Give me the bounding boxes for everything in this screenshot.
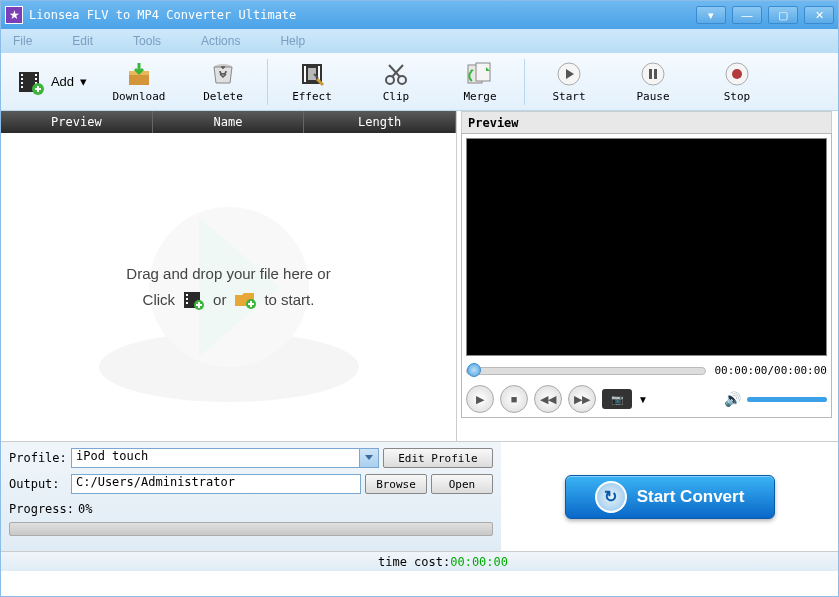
player-forward-button[interactable]: ▶▶ bbox=[568, 385, 596, 413]
time-display: 00:00:00/00:00:00 bbox=[714, 364, 827, 377]
delete-button[interactable]: Delete bbox=[181, 55, 265, 109]
menu-file[interactable]: File bbox=[13, 34, 32, 48]
minimize-button[interactable]: — bbox=[732, 6, 762, 24]
main-area: Preview Name Length Drag and drop your f… bbox=[1, 111, 838, 441]
svg-rect-6 bbox=[35, 78, 37, 80]
clip-label: Clip bbox=[383, 90, 410, 103]
effect-label: Effect bbox=[292, 90, 332, 103]
output-path-input[interactable]: C:/Users/Administrator bbox=[71, 474, 361, 494]
chevron-down-icon: ▾ bbox=[80, 74, 87, 89]
add-film-icon bbox=[17, 68, 45, 96]
maximize-button[interactable]: ▢ bbox=[768, 6, 798, 24]
stop-label: Stop bbox=[724, 90, 751, 103]
file-list-panel: Preview Name Length Drag and drop your f… bbox=[1, 111, 457, 441]
preview-panel: Preview 00:00:00/00:00:00 ▶ ■ ◀◀ ▶▶ 📷 ▼ … bbox=[457, 111, 838, 441]
volume-icon[interactable]: 🔊 bbox=[724, 391, 741, 407]
svg-rect-24 bbox=[649, 69, 652, 79]
drop-zone[interactable]: Drag and drop your file here or Click or… bbox=[1, 133, 456, 441]
download-icon bbox=[125, 60, 153, 88]
stop-button[interactable]: Stop bbox=[695, 55, 779, 109]
close-button[interactable]: ✕ bbox=[804, 6, 834, 24]
menu-actions[interactable]: Actions bbox=[201, 34, 240, 48]
merge-icon bbox=[466, 60, 494, 88]
edit-profile-button[interactable]: Edit Profile bbox=[383, 448, 493, 468]
progress-label: Progress: bbox=[9, 502, 74, 516]
svg-point-27 bbox=[732, 69, 742, 79]
add-label: Add bbox=[51, 74, 74, 89]
clip-button[interactable]: Clip bbox=[354, 55, 438, 109]
effect-button[interactable]: Effect bbox=[270, 55, 354, 109]
open-button[interactable]: Open bbox=[431, 474, 493, 494]
watermark-graphic bbox=[1, 133, 456, 441]
col-preview[interactable]: Preview bbox=[1, 111, 153, 133]
status-bar: time cost: 00:00:00 bbox=[1, 551, 838, 571]
dropdown-window-button[interactable]: ▾ bbox=[696, 6, 726, 24]
browse-button[interactable]: Browse bbox=[365, 474, 427, 494]
svg-rect-40 bbox=[250, 301, 252, 307]
seek-thumb[interactable] bbox=[467, 363, 481, 377]
start-button[interactable]: Start bbox=[527, 55, 611, 109]
merge-button[interactable]: Merge bbox=[438, 55, 522, 109]
svg-rect-25 bbox=[654, 69, 657, 79]
add-film-icon bbox=[183, 290, 205, 310]
download-button[interactable]: Download bbox=[97, 55, 181, 109]
app-title: Lionsea FLV to MP4 Converter Ultimate bbox=[29, 8, 696, 22]
progress-value: 0% bbox=[78, 502, 92, 516]
profile-label: Profile: bbox=[9, 451, 67, 465]
menu-edit[interactable]: Edit bbox=[72, 34, 93, 48]
time-cost-label: time cost: bbox=[378, 555, 450, 569]
preview-header: Preview bbox=[461, 111, 832, 133]
svg-rect-1 bbox=[21, 74, 23, 76]
delete-label: Delete bbox=[203, 90, 243, 103]
pause-label: Pause bbox=[636, 90, 669, 103]
svg-rect-21 bbox=[476, 63, 490, 81]
player-controls: ▶ ■ ◀◀ ▶▶ 📷 ▼ 🔊 bbox=[466, 385, 827, 413]
add-button[interactable]: Add ▾ bbox=[7, 55, 97, 109]
download-label: Download bbox=[113, 90, 166, 103]
menu-bar: File Edit Tools Actions Help bbox=[1, 29, 838, 53]
toolbar: Add ▾ Download Delete Effect Clip Merge bbox=[1, 53, 838, 111]
chevron-down-icon bbox=[365, 455, 373, 460]
settings-form: Profile: iPod touch Edit Profile Output:… bbox=[1, 442, 501, 551]
toolbar-separator bbox=[267, 59, 268, 105]
pause-icon bbox=[639, 60, 667, 88]
svg-rect-11 bbox=[37, 86, 39, 92]
player-play-button[interactable]: ▶ bbox=[466, 385, 494, 413]
play-icon bbox=[555, 60, 583, 88]
menu-help[interactable]: Help bbox=[280, 34, 305, 48]
svg-rect-5 bbox=[35, 74, 37, 76]
player-stop-button[interactable]: ■ bbox=[500, 385, 528, 413]
title-bar: ★ Lionsea FLV to MP4 Converter Ultimate … bbox=[1, 1, 838, 29]
menu-tools[interactable]: Tools bbox=[133, 34, 161, 48]
col-name[interactable]: Name bbox=[153, 111, 305, 133]
convert-area: ↻ Start Convert bbox=[501, 442, 838, 551]
stop-icon bbox=[723, 60, 751, 88]
svg-rect-32 bbox=[186, 294, 188, 296]
profile-select[interactable]: iPod touch bbox=[71, 448, 379, 468]
bottom-panel: Profile: iPod touch Edit Profile Output:… bbox=[1, 441, 838, 551]
merge-label: Merge bbox=[463, 90, 496, 103]
app-icon: ★ bbox=[5, 6, 23, 24]
volume-slider[interactable] bbox=[747, 397, 827, 402]
start-convert-button[interactable]: ↻ Start Convert bbox=[565, 475, 775, 519]
preview-box: 00:00:00/00:00:00 ▶ ■ ◀◀ ▶▶ 📷 ▼ 🔊 bbox=[461, 133, 832, 418]
svg-rect-3 bbox=[21, 82, 23, 84]
progress-bar bbox=[9, 522, 493, 536]
svg-rect-2 bbox=[21, 78, 23, 80]
seek-slider[interactable] bbox=[466, 367, 706, 375]
convert-icon: ↻ bbox=[595, 481, 627, 513]
output-label: Output: bbox=[9, 477, 67, 491]
col-length[interactable]: Length bbox=[304, 111, 456, 133]
video-area[interactable] bbox=[466, 138, 827, 356]
add-folder-icon bbox=[234, 290, 256, 310]
player-rewind-button[interactable]: ◀◀ bbox=[534, 385, 562, 413]
snapshot-button[interactable]: 📷 bbox=[602, 389, 632, 409]
drop-text-line1: Drag and drop your file here or bbox=[126, 265, 330, 282]
effect-icon bbox=[298, 60, 326, 88]
snapshot-menu-icon[interactable]: ▼ bbox=[638, 394, 648, 405]
seek-row: 00:00:00/00:00:00 bbox=[466, 364, 827, 377]
svg-rect-33 bbox=[186, 298, 188, 300]
pause-button[interactable]: Pause bbox=[611, 55, 695, 109]
window-buttons: ▾ — ▢ ✕ bbox=[696, 6, 834, 24]
clip-icon bbox=[382, 60, 410, 88]
